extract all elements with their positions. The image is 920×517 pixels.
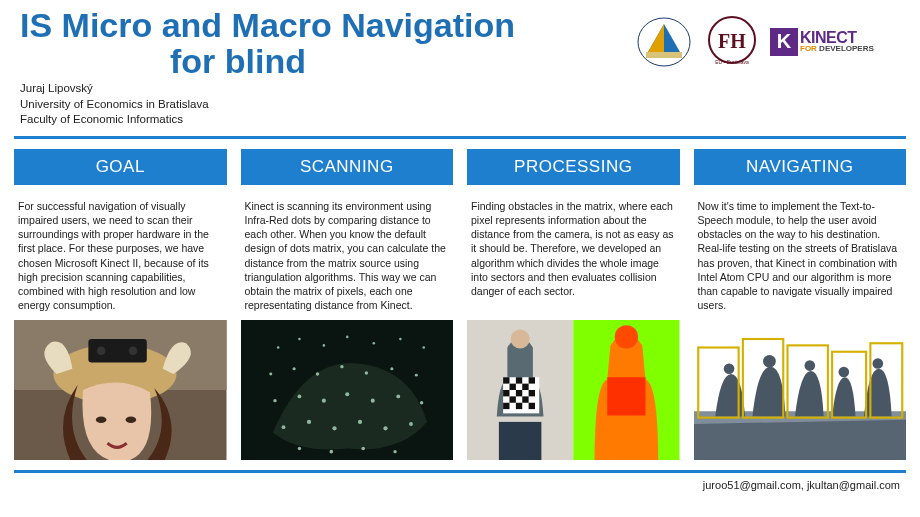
svg-point-69 bbox=[804, 361, 815, 372]
svg-point-34 bbox=[419, 401, 422, 404]
svg-rect-46 bbox=[499, 422, 542, 460]
svg-point-23 bbox=[315, 373, 318, 376]
svg-point-19 bbox=[399, 338, 402, 341]
svg-point-33 bbox=[396, 395, 400, 399]
scanning-image bbox=[241, 320, 454, 460]
svg-point-15 bbox=[298, 338, 301, 341]
svg-point-12 bbox=[126, 417, 137, 423]
svg-rect-1 bbox=[646, 52, 682, 58]
svg-point-70 bbox=[838, 367, 849, 378]
svg-rect-64 bbox=[607, 378, 645, 416]
footer-contacts: juroo51@gmail.com, jkultan@gmail.com bbox=[0, 473, 920, 491]
svg-point-37 bbox=[332, 426, 336, 430]
svg-point-16 bbox=[322, 344, 325, 347]
logo-row: FH EU • Bratislava K KINECT FOR DEVELOPE… bbox=[634, 8, 900, 69]
svg-point-42 bbox=[329, 450, 333, 454]
kinect-brand-text: KINECT bbox=[800, 31, 874, 45]
column-heading: GOAL bbox=[14, 149, 227, 185]
svg-text:EU • Bratislava: EU • Bratislava bbox=[715, 59, 749, 65]
svg-point-68 bbox=[763, 355, 776, 368]
column-body: Now it's time to implement the Text-to-S… bbox=[694, 185, 907, 320]
column-heading: SCANNING bbox=[241, 149, 454, 185]
svg-point-38 bbox=[357, 420, 361, 424]
svg-rect-53 bbox=[522, 384, 528, 390]
column-heading: PROCESSING bbox=[467, 149, 680, 185]
column-processing: PROCESSING Finding obstacles in the matr… bbox=[467, 149, 680, 460]
svg-point-9 bbox=[97, 347, 106, 356]
svg-rect-55 bbox=[516, 390, 522, 396]
svg-point-29 bbox=[297, 395, 301, 399]
svg-point-32 bbox=[370, 399, 374, 403]
svg-point-27 bbox=[414, 374, 417, 377]
svg-rect-56 bbox=[529, 390, 535, 396]
svg-rect-60 bbox=[516, 403, 522, 409]
svg-point-21 bbox=[269, 373, 272, 376]
svg-point-41 bbox=[297, 447, 300, 450]
svg-rect-51 bbox=[529, 378, 535, 384]
svg-rect-57 bbox=[510, 397, 516, 403]
poster-title-line1: IS Micro and Macro Navigation bbox=[20, 8, 634, 44]
column-body: For successful navigation of visually im… bbox=[14, 185, 227, 320]
svg-point-71 bbox=[872, 358, 883, 369]
svg-point-43 bbox=[361, 447, 365, 451]
svg-rect-59 bbox=[503, 403, 509, 409]
svg-rect-54 bbox=[503, 390, 509, 396]
svg-point-63 bbox=[615, 325, 638, 348]
author-affiliation-1: University of Economics in Bratislava bbox=[20, 97, 634, 113]
euba-logo bbox=[634, 14, 694, 69]
svg-point-35 bbox=[281, 426, 285, 430]
svg-point-14 bbox=[276, 347, 279, 350]
svg-point-18 bbox=[372, 342, 375, 345]
svg-point-36 bbox=[306, 420, 310, 424]
svg-rect-58 bbox=[522, 397, 528, 403]
svg-rect-52 bbox=[510, 384, 516, 390]
svg-point-44 bbox=[393, 450, 396, 453]
header: IS Micro and Macro Navigation for blind … bbox=[0, 0, 920, 132]
svg-point-47 bbox=[511, 330, 530, 349]
navigating-image bbox=[694, 320, 907, 460]
svg-point-30 bbox=[321, 399, 325, 403]
svg-point-67 bbox=[723, 364, 734, 375]
columns-container: GOAL For successful navigation of visual… bbox=[0, 139, 920, 460]
svg-rect-49 bbox=[503, 378, 509, 384]
column-navigating: NAVIGATING Now it's time to implement th… bbox=[694, 149, 907, 460]
poster-title-line2: for blind bbox=[20, 44, 634, 80]
svg-point-10 bbox=[129, 347, 138, 356]
svg-rect-61 bbox=[529, 403, 535, 409]
author-affiliation-2: Faculty of Economic Informatics bbox=[20, 112, 634, 128]
kinect-sub-text: FOR DEVELOPERS bbox=[800, 45, 874, 52]
author-name: Juraj Lipovský bbox=[20, 81, 634, 97]
author-block: Juraj Lipovský University of Economics i… bbox=[20, 81, 634, 128]
svg-text:FH: FH bbox=[718, 30, 746, 52]
fhi-logo: FH EU • Bratislava bbox=[702, 14, 762, 69]
svg-rect-50 bbox=[516, 378, 522, 384]
column-body: Kinect is scanning its environment using… bbox=[241, 185, 454, 320]
goal-image bbox=[14, 320, 227, 460]
processing-image bbox=[467, 320, 680, 460]
svg-point-11 bbox=[96, 417, 107, 423]
svg-point-28 bbox=[273, 399, 276, 402]
column-scanning: SCANNING Kinect is scanning its environm… bbox=[241, 149, 454, 460]
svg-point-20 bbox=[422, 347, 425, 350]
column-goal: GOAL For successful navigation of visual… bbox=[14, 149, 227, 460]
svg-point-31 bbox=[345, 393, 349, 397]
svg-point-25 bbox=[364, 372, 367, 375]
title-block: IS Micro and Macro Navigation for blind … bbox=[20, 8, 634, 128]
column-heading: NAVIGATING bbox=[694, 149, 907, 185]
svg-point-40 bbox=[409, 422, 413, 426]
kinect-logo: K KINECT FOR DEVELOPERS bbox=[770, 28, 900, 56]
kinect-k-icon: K bbox=[770, 28, 798, 56]
svg-point-39 bbox=[383, 426, 387, 430]
svg-point-22 bbox=[292, 367, 295, 370]
svg-point-26 bbox=[390, 367, 393, 370]
svg-point-24 bbox=[340, 365, 343, 368]
svg-point-17 bbox=[345, 336, 348, 339]
column-body: Finding obstacles in the matrix, where e… bbox=[467, 185, 680, 306]
